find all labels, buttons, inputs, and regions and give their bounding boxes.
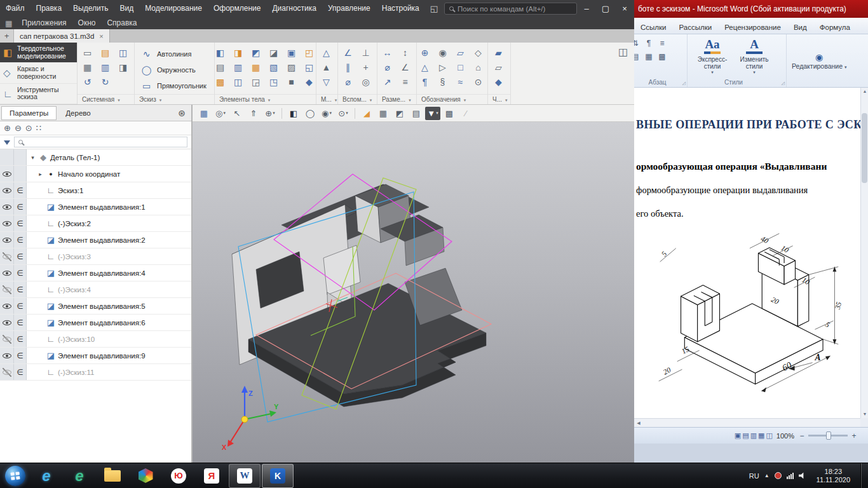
menu-item[interactable]: Моделирование (139, 0, 208, 17)
show-desktop-button[interactable] (860, 463, 865, 488)
word-vertical-scrollbar[interactable]: ▲ ▼ (860, 88, 868, 418)
eye-icon[interactable] (3, 335, 11, 344)
taskbar-yu-app-button[interactable]: Ю (163, 464, 194, 488)
toolbar-icon[interactable]: ▷ (435, 60, 450, 74)
toolbar-icon[interactable]: ⊙ (471, 75, 485, 88)
tree-search-field[interactable] (14, 137, 187, 147)
tree-item-label[interactable]: (-)Эскиз:4 (58, 286, 91, 294)
viewport-tool-icon[interactable]: ◎ (213, 107, 228, 120)
viewport-tool-icon[interactable]: ◩ (392, 107, 407, 120)
toolbar-icon[interactable]: ∠ (398, 60, 412, 74)
menu-item[interactable]: Оформление (208, 0, 266, 17)
paragraph-tool-icon[interactable]: ▩ (656, 50, 668, 63)
tree-item-label[interactable]: (-)Эскиз:3 (58, 253, 91, 261)
toolbar-icon[interactable]: ▱ (453, 46, 468, 59)
ribbon-tab[interactable]: Вид (787, 21, 813, 34)
eye-icon[interactable] (3, 318, 11, 327)
viewport-tool-icon[interactable]: ◧ (286, 107, 301, 120)
toolbar-group-label[interactable]: Разме... (377, 94, 416, 104)
visibility-cell[interactable] (0, 281, 14, 297)
scroll-up-icon[interactable]: ▲ (861, 88, 868, 95)
zoom-in-button[interactable]: + (850, 431, 858, 440)
toolbar-icon[interactable]: ∠ (341, 46, 355, 59)
tree-toolbar-icon[interactable]: ⊕ (4, 123, 11, 133)
toolbar-group-label[interactable]: Элементы тела (215, 94, 316, 104)
visibility-cell[interactable] (0, 298, 14, 314)
viewport-tool-icon[interactable]: ▩ (442, 107, 457, 120)
scroll-down-icon[interactable]: ▼ (861, 410, 868, 418)
zoom-slider-track[interactable] (808, 435, 848, 437)
maximize-button[interactable]: ▢ (596, 0, 615, 17)
viewport-tool-icon[interactable]: ⇑ (246, 107, 261, 120)
tree-row[interactable]: ∈ ◪ Элемент выдавливания:9 (0, 348, 191, 364)
zoom-slider[interactable]: − + (798, 431, 858, 440)
toolbar-icon[interactable]: ◎ (358, 75, 373, 88)
mode-button[interactable]: ◇ Каркас и поверхности (0, 63, 77, 83)
belong-icon[interactable]: ∈ (14, 199, 27, 215)
notification-icon[interactable] (775, 472, 782, 479)
word-horizontal-scrollbar[interactable]: ◀ (634, 418, 860, 427)
viewport-tool-icon[interactable]: ⊙ (336, 107, 351, 120)
toolbar-group-label[interactable]: Вспом... (338, 94, 377, 104)
tree-row[interactable]: ∈ ∟ (-)Эскиз:4 (0, 281, 191, 298)
toolbar-icon[interactable]: ▽ (319, 75, 334, 88)
zoom-slider-thumb[interactable] (826, 431, 831, 440)
toolbar-group-label[interactable]: Обозначения (417, 94, 487, 104)
eye-icon[interactable] (3, 236, 11, 245)
toolbar-icon[interactable]: ↔ (380, 46, 395, 59)
tree-toolbar-icon[interactable]: ⊙ (25, 123, 32, 133)
toolbar-icon[interactable]: ◇ (471, 46, 485, 59)
toolbar-icon[interactable]: ▰ (491, 46, 506, 59)
language-indicator[interactable]: RU (749, 472, 759, 480)
taskbar-ie-button[interactable]: e (31, 464, 62, 488)
visibility-cell[interactable] (0, 166, 14, 182)
toolbar-icon[interactable]: ↕ (398, 46, 412, 59)
toolbar-icon[interactable]: ◪ (266, 46, 281, 59)
app-grid-icon[interactable]: ▦ (5, 19, 12, 28)
viewport-tool-icon[interactable]: ◉ (319, 107, 334, 120)
viewport-tool-icon[interactable]: ▦ (376, 107, 391, 120)
tree-row[interactable]: ∈ ∟ Эскиз:1 (0, 182, 191, 199)
volume-icon[interactable] (799, 472, 806, 480)
eye-icon[interactable] (3, 368, 11, 377)
toolbar-icon[interactable]: ⌀ (380, 60, 395, 74)
mode-button[interactable]: ∟ Инструменты эскиза (0, 84, 77, 104)
tree-item-label[interactable]: Элемент выдавливания:1 (58, 203, 146, 211)
visibility-cell[interactable] (0, 215, 14, 231)
toolbar-icon[interactable]: ≡ (398, 75, 412, 88)
belong-icon[interactable]: ∈ (14, 265, 27, 281)
scroll-left-icon[interactable]: ◀ (634, 421, 643, 426)
toolbar-icon[interactable]: ▨ (284, 60, 299, 74)
tab-tree[interactable]: Дерево (57, 109, 99, 117)
word-document[interactable]: ВНЫЕ ОПЕРАЦИИ ПРИ РАБОТЕ С ЭСКИ ормообра… (634, 88, 860, 418)
taskbar-kompas-cube-button[interactable] (130, 464, 161, 488)
zoom-level[interactable]: 100% (776, 432, 794, 440)
zoom-out-button[interactable]: − (798, 431, 806, 440)
menu-item[interactable]: Управление (322, 0, 376, 17)
tree-row[interactable]: ∈ ∟ (-)Эскиз:11 (0, 364, 191, 381)
eye-icon[interactable] (3, 351, 11, 360)
visibility-cell[interactable] (0, 232, 14, 248)
ribbon-tab[interactable]: Рецензирование (718, 21, 787, 34)
viewport-tool-icon[interactable]: ◯ (302, 107, 318, 120)
tree-row[interactable]: ∈ ◪ Элемент выдавливания:6 (0, 315, 191, 331)
close-button[interactable]: × (615, 0, 634, 17)
toolbar-icon[interactable]: ◳ (266, 75, 281, 88)
tree-item-label[interactable]: (-)Эскиз:11 (58, 369, 94, 376)
tree-toolbar-icon[interactable]: ⊖ (15, 123, 22, 133)
tree-item-label[interactable]: Элемент выдавливания:2 (58, 236, 146, 244)
toolbar-icon[interactable]: § (435, 75, 450, 88)
quick-styles-button[interactable]: Аа Экспресс-стили ▾ (691, 37, 733, 75)
new-tab-button[interactable]: + (0, 29, 14, 43)
toolbar-icon[interactable]: ⌂ (471, 60, 485, 74)
toolbar-icon[interactable]: ⌀ (341, 75, 355, 88)
tree-item-label[interactable]: Начало координат (58, 170, 120, 178)
viewport-tool-icon[interactable]: ↖ (229, 107, 245, 120)
visibility-cell[interactable] (0, 364, 14, 380)
toolbar-icon[interactable]: ▩ (213, 75, 227, 88)
visibility-cell[interactable] (0, 348, 14, 363)
toolbar-icon[interactable]: ⊕ (417, 46, 432, 59)
eye-icon[interactable] (3, 252, 11, 261)
dialog-launcher-icon[interactable]: ◿ (782, 81, 785, 86)
toolbar-overflow-icon[interactable]: ◫ (618, 46, 628, 58)
